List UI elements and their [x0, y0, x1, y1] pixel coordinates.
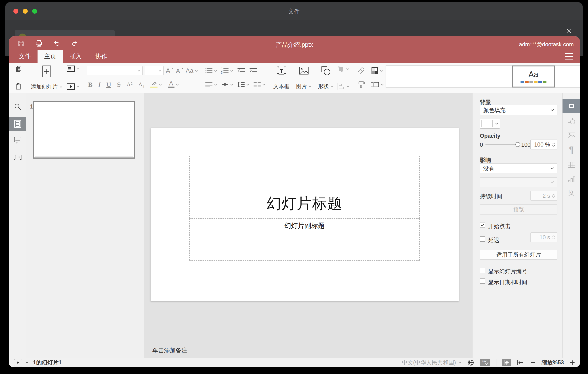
svg-text:T: T: [280, 68, 283, 74]
opacity-min: 0: [480, 142, 483, 148]
shape-settings-icon[interactable]: [563, 114, 580, 128]
decrease-font-icon[interactable]: A: [176, 67, 183, 74]
image-settings-icon[interactable]: [563, 128, 580, 142]
horizontal-align-icon[interactable]: [205, 81, 217, 88]
opacity-slider-track[interactable]: [485, 144, 518, 145]
bullet-list-icon[interactable]: [205, 67, 217, 74]
hamburger-menu-icon[interactable]: [565, 53, 573, 59]
copy-style-icon[interactable]: [357, 81, 365, 88]
zoom-out-icon[interactable]: [530, 360, 536, 365]
spellcheck-icon[interactable]: ABC: [480, 359, 490, 366]
effect-label: 影响: [480, 156, 491, 164]
superscript-icon[interactable]: A²: [126, 81, 133, 88]
increase-font-icon[interactable]: A: [166, 67, 174, 75]
tab-home[interactable]: 主页: [38, 50, 63, 63]
effect-select[interactable]: 没有: [480, 164, 557, 173]
start-on-click-checkbox[interactable]: [480, 222, 485, 228]
fit-to-width-icon[interactable]: [517, 360, 525, 365]
apply-to-all-slides-button[interactable]: 适用于所有幻灯片: [480, 250, 557, 260]
background-fill-select[interactable]: 颜色填充: [480, 105, 557, 115]
preview-button: 预览: [480, 204, 557, 215]
slide-thumbnail[interactable]: [33, 101, 135, 159]
strikeout-icon[interactable]: S: [117, 81, 121, 88]
delay-checkbox[interactable]: [480, 236, 485, 242]
subtitle-placeholder[interactable]: 幻灯片副标题: [189, 219, 420, 261]
slide-settings-icon[interactable]: [563, 99, 580, 113]
toolbar: 添加幻灯片 A A: [9, 63, 580, 93]
fit-to-slide-icon[interactable]: [502, 359, 511, 366]
status-bar: 1的幻灯片1 中文(中华人民共和国) ABC 缩放%53: [9, 358, 580, 367]
clear-style-icon[interactable]: [357, 67, 365, 74]
copy-icon[interactable]: [15, 65, 22, 72]
duration-label: 持续时间: [480, 193, 502, 200]
color-scheme-icon[interactable]: [371, 67, 383, 74]
tab-insert[interactable]: 插入: [63, 50, 88, 63]
opacity-spinner[interactable]: 100 %: [530, 140, 557, 149]
columns-icon[interactable]: [253, 81, 265, 88]
align-shape-icon[interactable]: [337, 83, 349, 90]
add-slide-button[interactable]: 添加幻灯片: [29, 65, 65, 90]
theme-tile[interactable]: [386, 66, 432, 88]
show-date-time-checkbox[interactable]: [480, 278, 485, 284]
table-settings-icon[interactable]: [563, 158, 580, 172]
menu-tabs: 文件 主页 插入 协作: [12, 50, 114, 63]
comments-icon[interactable]: [9, 133, 26, 147]
chat-icon[interactable]: [9, 151, 26, 165]
line-spacing-icon[interactable]: [237, 81, 249, 88]
zoom-in-icon[interactable]: [570, 360, 575, 365]
text-art-settings-icon[interactable]: Ta: [563, 186, 580, 200]
search-icon[interactable]: [9, 100, 26, 114]
increase-indent-icon[interactable]: [249, 67, 257, 74]
underline-icon[interactable]: U: [106, 81, 111, 88]
bold-icon[interactable]: B: [88, 81, 93, 88]
change-case-icon[interactable]: Aa: [186, 67, 198, 74]
start-slideshow-icon[interactable]: [67, 83, 80, 90]
theme-tile[interactable]: [555, 66, 580, 88]
show-date-time-label: 显示日期和时间: [488, 278, 527, 286]
paste-icon[interactable]: [15, 83, 22, 90]
chart-settings-icon[interactable]: [563, 173, 580, 186]
show-slide-number-checkbox[interactable]: [480, 268, 485, 273]
tab-file[interactable]: 文件: [12, 50, 38, 63]
start-slideshow-status-icon[interactable]: [14, 359, 22, 366]
theme-tile[interactable]: [472, 66, 512, 88]
slides-panel-icon[interactable]: [9, 117, 26, 131]
italic-icon[interactable]: I: [98, 81, 101, 88]
decrease-indent-icon[interactable]: [237, 67, 245, 74]
slide-info: 1的幻灯片1: [33, 359, 62, 366]
paragraph-settings-icon[interactable]: ¶: [563, 143, 580, 157]
title-placeholder[interactable]: 幻灯片标题: [189, 156, 420, 219]
titlebar: 文件: [5, 2, 583, 20]
highlight-color-icon[interactable]: [150, 81, 162, 88]
insert-text-box-button[interactable]: T 文本框: [273, 65, 290, 90]
slideshow-options-chevron-icon[interactable]: [25, 362, 29, 363]
document-language-globe-icon[interactable]: [467, 359, 474, 366]
background-color-swatch[interactable]: [480, 119, 500, 129]
numbered-list-icon[interactable]: 123: [221, 67, 233, 74]
delay-spinner: 10 s: [530, 232, 557, 242]
theme-tile[interactable]: [432, 66, 472, 88]
subscript-icon[interactable]: A₂: [138, 81, 145, 88]
insert-shape-button[interactable]: 形状: [318, 65, 333, 90]
document-title: 产品介绍.pptx: [9, 41, 580, 49]
slide-thumbnail-number: 1: [30, 103, 33, 110]
arrange-shape-icon[interactable]: [337, 65, 349, 72]
right-icon-strip: ¶ Ta: [562, 93, 580, 358]
vertical-align-icon[interactable]: [221, 81, 233, 88]
opacity-slider-knob[interactable]: [515, 142, 520, 147]
close-icon[interactable]: [564, 26, 574, 36]
notes-area[interactable]: 单击添加备注: [144, 343, 472, 358]
font-size-combo[interactable]: [145, 66, 164, 75]
slide-layout-icon[interactable]: [67, 65, 80, 72]
font-name-combo[interactable]: [87, 66, 143, 75]
color-well: [482, 120, 493, 127]
slide-size-icon[interactable]: [371, 81, 384, 88]
divider: [496, 359, 496, 366]
slide-title-text: 幻灯片标题: [266, 194, 343, 214]
tab-collaboration[interactable]: 协作: [88, 50, 114, 63]
font-color-icon[interactable]: A: [168, 81, 179, 88]
insert-image-button[interactable]: 图片: [296, 65, 311, 90]
theme-tile-selected[interactable]: Aa: [512, 66, 555, 88]
slide[interactable]: 幻灯片标题 幻灯片副标题: [151, 128, 459, 301]
language-selector[interactable]: 中文(中华人民共和国): [402, 359, 461, 366]
